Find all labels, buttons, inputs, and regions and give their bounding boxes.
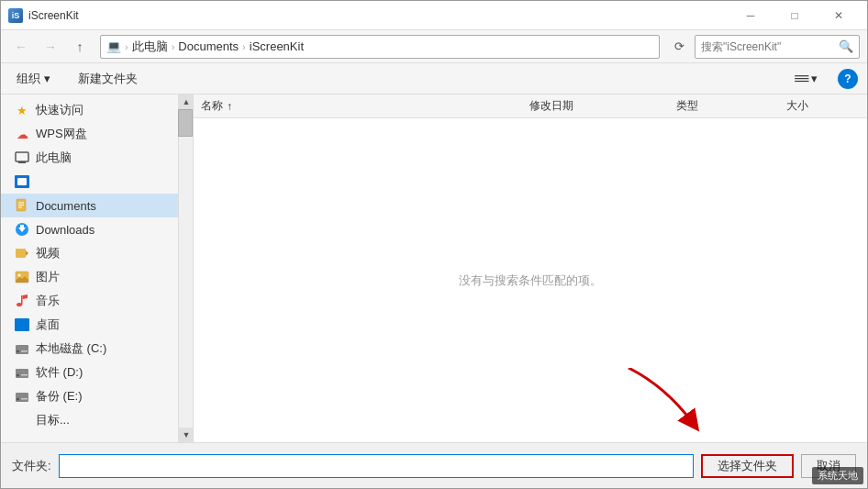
svg-rect-8 bbox=[20, 225, 24, 228]
quickaccess-icon: ★ bbox=[14, 102, 30, 118]
sidebar-label-table: 桌面 bbox=[36, 317, 60, 333]
view-button[interactable]: ≡≡ ▾ bbox=[788, 68, 823, 90]
sidebar-label-pictures: 图片 bbox=[36, 269, 60, 285]
up-button[interactable]: ↑ bbox=[67, 35, 93, 59]
close-button[interactable]: ✕ bbox=[818, 3, 860, 28]
sidebar-item-desktop-icon[interactable] bbox=[1, 170, 193, 194]
help-button[interactable]: ? bbox=[838, 69, 858, 89]
refresh-button[interactable]: ⟳ bbox=[667, 35, 691, 59]
sidebar: ▲ ▼ ★ 快速访问 ☁ WPS网盘 此电脑 bbox=[1, 94, 194, 442]
sidebar-label-more: 目标... bbox=[36, 412, 70, 428]
command-bar: 组织 ▾ 新建文件夹 ≡≡ ▾ ? bbox=[1, 63, 867, 94]
localdisk-c-icon bbox=[14, 340, 30, 357]
address-bar[interactable]: 💻 › 此电脑 › Documents › iScreenKit bbox=[100, 35, 660, 59]
svg-point-22 bbox=[17, 398, 19, 401]
window-controls: ─ □ ✕ bbox=[729, 3, 860, 28]
minimize-button[interactable]: ─ bbox=[729, 3, 772, 28]
main-area: ▲ ▼ ★ 快速访问 ☁ WPS网盘 此电脑 bbox=[1, 94, 867, 442]
window-title: iScreenKit bbox=[28, 9, 729, 22]
sidebar-label-thispc: 此电脑 bbox=[36, 150, 72, 166]
view-arrow-icon: ▾ bbox=[811, 72, 818, 85]
column-date-label: 修改日期 bbox=[529, 99, 573, 112]
scroll-thumb[interactable] bbox=[178, 109, 193, 137]
sidebar-item-quickaccess[interactable]: ★ 快速访问 bbox=[1, 98, 193, 122]
software-d-icon bbox=[14, 364, 30, 381]
file-list-header: 名称 ↑ 修改日期 类型 大小 bbox=[194, 94, 867, 118]
title-bar: iS iScreenKit ─ □ ✕ bbox=[1, 1, 867, 30]
svg-point-16 bbox=[17, 350, 19, 353]
sidebar-label-localdisk-c: 本地磁盘 (C:) bbox=[36, 340, 106, 357]
sidebar-label-wps: WPS网盘 bbox=[36, 126, 87, 142]
sidebar-item-pictures[interactable]: 图片 bbox=[1, 265, 193, 289]
new-folder-label: 新建文件夹 bbox=[78, 71, 138, 87]
select-folder-button[interactable]: 选择文件夹 bbox=[701, 454, 794, 478]
svg-rect-18 bbox=[16, 369, 28, 378]
column-type-label: 类型 bbox=[676, 99, 698, 112]
scroll-down-button[interactable]: ▼ bbox=[179, 428, 194, 442]
search-input[interactable] bbox=[701, 40, 839, 53]
empty-message: 没有与搜索条件匹配的项。 bbox=[459, 272, 602, 289]
file-list-empty: 没有与搜索条件匹配的项。 bbox=[194, 118, 867, 442]
svg-marker-10 bbox=[26, 250, 28, 256]
sidebar-label-music: 音乐 bbox=[36, 293, 60, 309]
column-size[interactable]: 大小 bbox=[786, 98, 860, 114]
scroll-up-button[interactable]: ▲ bbox=[179, 94, 194, 109]
sidebar-label-videos: 视频 bbox=[36, 245, 60, 261]
breadcrumb: 💻 › 此电脑 › Documents › iScreenKit bbox=[106, 39, 304, 55]
watermark: 系统天地 bbox=[812, 467, 863, 484]
search-icon[interactable]: 🔍 bbox=[839, 39, 853, 53]
svg-rect-1 bbox=[18, 161, 26, 163]
folder-label: 文件夹: bbox=[12, 458, 51, 474]
sidebar-item-videos[interactable]: 视频 bbox=[1, 241, 193, 265]
svg-point-19 bbox=[17, 374, 19, 377]
music-icon bbox=[14, 293, 30, 309]
organize-arrow-icon: ▾ bbox=[44, 72, 50, 85]
sidebar-item-backup-e[interactable]: 备份 (E:) bbox=[1, 384, 193, 408]
organize-label: 组织 bbox=[17, 71, 40, 87]
sidebar-item-localdisk-c[interactable]: 本地磁盘 (C:) bbox=[1, 337, 193, 361]
sort-arrow-icon: ↑ bbox=[227, 100, 232, 113]
sidebar-item-downloads[interactable]: Downloads bbox=[1, 217, 193, 241]
sidebar-label-quickaccess: 快速访问 bbox=[36, 102, 83, 118]
column-date[interactable]: 修改日期 bbox=[529, 98, 676, 114]
wps-icon: ☁ bbox=[14, 126, 30, 142]
breadcrumb-documents: Documents bbox=[178, 39, 239, 53]
new-folder-button[interactable]: 新建文件夹 bbox=[72, 67, 144, 91]
navigation-toolbar: ← → ↑ 💻 › 此电脑 › Documents › iScreenKit ⟳… bbox=[1, 30, 867, 63]
search-box[interactable]: 🔍 bbox=[695, 35, 860, 59]
sidebar-label-backup-e: 备份 (E:) bbox=[36, 388, 83, 405]
svg-rect-9 bbox=[16, 249, 26, 258]
column-type[interactable]: 类型 bbox=[676, 98, 786, 114]
forward-button[interactable]: → bbox=[38, 35, 63, 59]
breadcrumb-thispc: 此电脑 bbox=[132, 39, 168, 55]
sidebar-item-more[interactable]: 目标... bbox=[1, 408, 193, 432]
refresh-icon: ⟳ bbox=[674, 39, 684, 53]
sidebar-item-wps[interactable]: ☁ WPS网盘 bbox=[1, 122, 193, 146]
column-name[interactable]: 名称 ↑ bbox=[201, 98, 529, 114]
forward-icon: → bbox=[44, 39, 57, 54]
sidebar-item-music[interactable]: 音乐 bbox=[1, 289, 193, 313]
videos-icon bbox=[14, 245, 30, 261]
table-icon bbox=[14, 317, 30, 333]
sidebar-label-software-d: 软件 (D:) bbox=[36, 364, 83, 381]
sidebar-item-table[interactable]: 桌面 bbox=[1, 313, 193, 337]
sidebar-item-documents[interactable]: Documents bbox=[1, 194, 193, 217]
svg-rect-15 bbox=[16, 345, 28, 354]
bottom-area: 文件夹: 选择文件夹 取消 bbox=[1, 442, 867, 488]
breadcrumb-iscreenkit: iScreenKit bbox=[250, 39, 304, 53]
thispc-sidebar-icon bbox=[14, 150, 30, 166]
window-icon: iS bbox=[8, 8, 23, 23]
back-button[interactable]: ← bbox=[8, 35, 34, 59]
sidebar-scrollbar[interactable]: ▲ ▼ bbox=[178, 94, 193, 442]
svg-rect-21 bbox=[16, 393, 28, 402]
sidebar-item-software-d[interactable]: 软件 (D:) bbox=[1, 361, 193, 384]
thispc-icon: 💻 bbox=[106, 39, 121, 53]
more-icon bbox=[14, 412, 30, 428]
organize-button[interactable]: 组织 ▾ bbox=[10, 67, 57, 91]
view-icon: ≡≡ bbox=[794, 71, 807, 87]
pictures-icon bbox=[14, 269, 30, 285]
folder-input[interactable] bbox=[59, 454, 694, 478]
maximize-button[interactable]: □ bbox=[773, 3, 816, 28]
sidebar-item-thispc[interactable]: 此电脑 bbox=[1, 146, 193, 170]
svg-rect-20 bbox=[21, 374, 28, 376]
